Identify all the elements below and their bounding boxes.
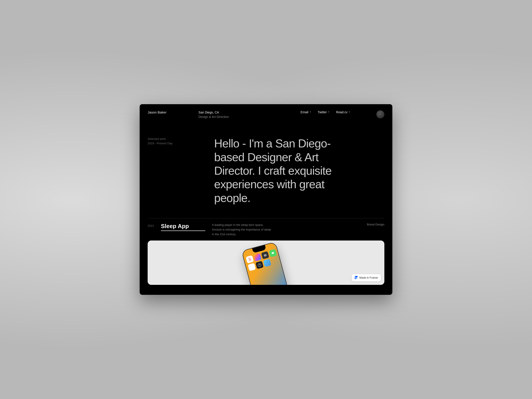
project-description: A leading player in the sleep tech space… — [212, 223, 274, 236]
twitter-arrow-icon: ↗ — [327, 110, 331, 114]
project-title: Sleep App — [161, 223, 205, 231]
framer-badge-label: Made in Framer — [359, 276, 378, 279]
phone-body: SAT 25 — [241, 242, 288, 285]
hero-text-block: Hello - I'm a San Diego-based Designer &… — [214, 137, 384, 205]
project-preview[interactable]: SAT 25 — [148, 241, 384, 285]
phone-mockup: SAT 25 — [241, 241, 293, 285]
clock-app-icon — [255, 261, 264, 269]
email-arrow-icon: ↗ — [308, 110, 312, 114]
avatar-image — [376, 110, 384, 118]
selected-work-label: Selected work — [148, 137, 172, 141]
project-category: Brand Design — [367, 223, 384, 226]
readcv-label: Read.cv — [336, 110, 347, 114]
site-owner-name: Jason Baker — [148, 110, 198, 114]
readcv-nav-link[interactable]: Read.cv ↗ — [336, 110, 350, 114]
browser-window: Jason Baker San Diego, CA Design & Art D… — [140, 104, 392, 295]
header-nav: Email ↗ Twitter ↗ Read.cv ↗ — [275, 110, 376, 114]
project-header: 2021 Sleep App A leading player in the s… — [140, 218, 392, 241]
svg-line-4 — [259, 264, 260, 265]
bottom-bar — [140, 285, 392, 289]
ios-icons-grid: SAT 25 — [245, 249, 279, 272]
header-location-block: San Diego, CA Design & Art Direction — [198, 110, 275, 119]
calendar-app-icon: SAT 25 — [246, 255, 254, 264]
readcv-arrow-icon: ↗ — [348, 110, 351, 114]
role-text: Design & Art Direction — [198, 115, 275, 119]
hero-headline: Hello - I'm a San Diego-based Designer &… — [214, 137, 338, 205]
hero-meta: Selected work 2019 - Present Day — [148, 137, 172, 146]
twitter-label: Twitter — [318, 110, 327, 114]
email-nav-link[interactable]: Email ↗ — [301, 110, 311, 114]
camera-app-icon — [261, 251, 269, 259]
framer-badge[interactable]: Made in Framer — [352, 274, 381, 281]
avatar[interactable] — [376, 110, 384, 118]
hero-section: Selected work 2019 - Present Day Hello -… — [140, 119, 392, 218]
svg-point-3 — [258, 263, 261, 267]
years-label: 2019 - Present Day — [148, 141, 172, 146]
location-text: San Diego, CA — [198, 110, 275, 115]
site-header: Jason Baker San Diego, CA Design & Art D… — [140, 104, 392, 119]
email-label: Email — [301, 110, 308, 114]
twitter-nav-link[interactable]: Twitter ↗ — [318, 110, 330, 114]
maps-app-icon — [263, 259, 271, 267]
framer-icon — [355, 276, 358, 279]
reminders-app-icon — [248, 263, 256, 271]
svg-line-5 — [260, 265, 260, 265]
svg-point-2 — [272, 252, 274, 254]
project-year: 2021 — [148, 223, 161, 228]
photos-app-icon — [253, 253, 262, 262]
messages-app-icon — [269, 249, 277, 257]
